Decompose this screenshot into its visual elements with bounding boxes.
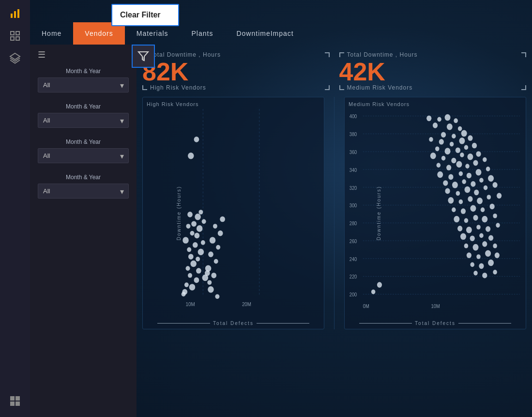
- svg-point-57: [188, 153, 194, 159]
- filter-select-wrapper-1: All: [38, 77, 129, 93]
- svg-text:320: 320: [350, 185, 357, 191]
- filter-select-3[interactable]: All: [38, 148, 129, 163]
- svg-point-91: [452, 134, 456, 139]
- svg-text:400: 400: [350, 114, 357, 120]
- svg-text:240: 240: [350, 256, 357, 262]
- filter-select-wrapper-4: All: [38, 184, 129, 199]
- svg-point-45: [207, 280, 212, 285]
- layers-icon[interactable]: [6, 49, 24, 67]
- svg-point-86: [454, 118, 458, 123]
- filter-label-2: Month & Year: [38, 103, 129, 110]
- svg-point-26: [198, 249, 204, 256]
- filter-label-3: Month & Year: [38, 139, 129, 145]
- kpi-label-medium-risk: Total Downtime , Hours: [339, 51, 527, 58]
- svg-point-116: [448, 174, 453, 180]
- svg-point-27: [187, 247, 191, 252]
- svg-point-23: [190, 261, 197, 267]
- svg-point-117: [459, 171, 463, 176]
- svg-point-140: [461, 208, 466, 214]
- kpi-card-high-risk: Total Downtime , Hours 82K High Risk Ven…: [142, 49, 330, 93]
- svg-point-169: [473, 271, 478, 276]
- filter-select-2[interactable]: All: [38, 113, 129, 128]
- svg-text:220: 220: [350, 274, 357, 280]
- hamburger-menu[interactable]: ☰: [38, 49, 129, 60]
- kpi-card-medium-risk: Total Downtime , Hours 42K Medium Risk V…: [339, 49, 527, 93]
- svg-point-36: [202, 219, 206, 224]
- svg-text:360: 360: [350, 149, 357, 155]
- svg-point-58: [194, 137, 199, 142]
- svg-point-119: [476, 169, 482, 176]
- svg-point-47: [205, 265, 212, 272]
- svg-point-55: [215, 294, 219, 299]
- svg-point-34: [186, 224, 190, 229]
- svg-point-51: [210, 237, 216, 244]
- svg-point-145: [464, 218, 469, 223]
- svg-point-44: [182, 292, 186, 297]
- kpi-sublabel-medium-risk: Medium Risk Vendors: [339, 84, 527, 91]
- bar-chart-icon[interactable]: [6, 5, 24, 22]
- filter-label-1: Month & Year: [38, 68, 129, 75]
- svg-rect-5: [11, 37, 14, 40]
- tab-plants[interactable]: Plants: [180, 22, 225, 45]
- svg-rect-2: [17, 9, 19, 18]
- svg-point-110: [446, 165, 451, 170]
- svg-point-151: [476, 225, 481, 230]
- filter-group-4: Month & Year All: [38, 174, 129, 199]
- svg-point-105: [451, 158, 456, 164]
- scatter-chart-high-risk: High Risk Vendors 10M 20M: [142, 97, 324, 329]
- svg-point-156: [479, 233, 484, 238]
- kpi-value-high-risk: 82K: [142, 59, 330, 84]
- svg-text:260: 260: [350, 238, 357, 244]
- scatter-title-medium-risk: Medium Risk Vendors: [349, 101, 522, 107]
- filter-icon-button[interactable]: [132, 45, 155, 68]
- svg-point-115: [437, 171, 443, 178]
- svg-point-25: [188, 254, 194, 260]
- svg-point-48: [214, 259, 218, 264]
- svg-point-102: [472, 143, 477, 149]
- filter-group-1: Month & Year All: [38, 68, 129, 93]
- svg-point-158: [464, 244, 469, 248]
- svg-point-136: [477, 198, 483, 204]
- svg-point-29: [201, 240, 205, 245]
- clear-filter-popup[interactable]: Clear Filter: [111, 4, 179, 26]
- scatter-title-high-risk: High Risk Vendors: [147, 101, 320, 107]
- svg-point-93: [429, 137, 433, 142]
- svg-point-24: [196, 257, 200, 262]
- svg-point-95: [450, 142, 454, 147]
- kpi-sublabel-high-risk: High Risk Vendors: [142, 84, 330, 91]
- svg-point-138: [497, 193, 502, 199]
- svg-point-152: [486, 226, 490, 232]
- svg-point-38: [187, 212, 193, 217]
- filter-select-wrapper-2: All: [38, 113, 129, 128]
- grid-icon[interactable]: [6, 27, 24, 45]
- charts-area: Total Downtime , Hours 82K High Risk Ven…: [137, 45, 532, 417]
- x-axis-container-high-risk: Total Defects: [143, 321, 324, 326]
- svg-point-19: [194, 278, 199, 283]
- svg-point-121: [443, 180, 448, 186]
- filter-select-4[interactable]: All: [38, 184, 129, 199]
- svg-point-144: [454, 216, 459, 223]
- svg-point-100: [456, 147, 460, 153]
- scatter-charts-row: High Risk Vendors 10M 20M: [142, 97, 526, 329]
- chart-divider: [334, 97, 334, 329]
- svg-point-130: [474, 190, 479, 196]
- svg-point-41: [184, 282, 189, 287]
- svg-rect-11: [15, 402, 20, 406]
- svg-point-96: [459, 138, 465, 144]
- filter-select-1[interactable]: All: [38, 77, 129, 93]
- svg-point-167: [479, 263, 484, 269]
- svg-point-159: [473, 244, 479, 251]
- tab-home[interactable]: Home: [30, 22, 73, 45]
- svg-point-83: [426, 116, 431, 122]
- svg-rect-1: [14, 11, 16, 18]
- navbar: Home Vendors Materials Plants DowntimeIm…: [30, 0, 532, 45]
- svg-point-126: [488, 175, 494, 182]
- svg-point-129: [465, 186, 471, 193]
- scatter-svg-medium-risk: 400 380 360 340 320 300 280 260 240 220 …: [349, 109, 522, 315]
- svg-text:20M: 20M: [242, 301, 251, 307]
- tab-downtime-impact[interactable]: DowntimeImpact: [225, 22, 305, 45]
- svg-rect-6: [16, 37, 19, 40]
- svg-point-148: [493, 214, 497, 218]
- windows-icon[interactable]: [6, 392, 24, 410]
- svg-point-111: [456, 161, 462, 168]
